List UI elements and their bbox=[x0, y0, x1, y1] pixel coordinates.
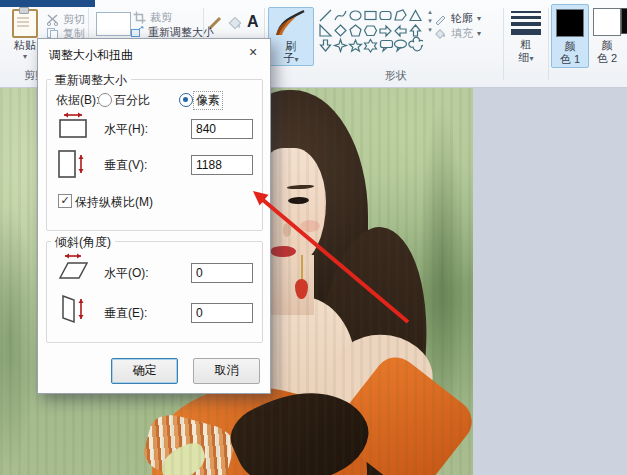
cut-label: 剪切 bbox=[63, 12, 85, 27]
clipboard-icon bbox=[12, 9, 38, 38]
nose-shadow bbox=[283, 223, 291, 237]
shape-line bbox=[320, 10, 331, 21]
brush-tool-button[interactable]: 刷 子▾ bbox=[268, 7, 314, 66]
lips bbox=[271, 246, 296, 258]
skew-vertical-label: 垂直(E): bbox=[104, 305, 147, 322]
hair bbox=[303, 221, 441, 475]
color2-swatch bbox=[593, 8, 621, 36]
horizontal-label: 水平(H): bbox=[104, 121, 148, 138]
pixels-label: 像素 bbox=[194, 92, 222, 109]
outline-dropdown-icon: ▾ bbox=[477, 15, 481, 23]
outline-button[interactable]: 轮廓 ▾ bbox=[434, 11, 481, 26]
shape-oval bbox=[350, 11, 361, 20]
shape-arrow-down bbox=[321, 40, 331, 51]
color2-button[interactable]: 颜色 2 bbox=[589, 4, 625, 66]
separator bbox=[503, 8, 504, 80]
tree-shadow bbox=[420, 107, 464, 437]
shape-cloud-callout bbox=[409, 37, 423, 51]
close-icon[interactable]: × bbox=[244, 43, 262, 61]
outline-label: 轮廓 bbox=[451, 11, 473, 26]
horizontal-input[interactable] bbox=[191, 119, 253, 139]
shape-polygon bbox=[395, 10, 406, 20]
pencil-icon bbox=[207, 14, 224, 31]
brush-label: 刷 子▾ bbox=[283, 40, 298, 64]
shape-six-point-star bbox=[365, 40, 377, 53]
resize-skew-dialog: 调整大小和扭曲 × 重新调整大小 依据(B): 百分比 像素 水平(H): 垂直… bbox=[37, 38, 271, 394]
vertical-input[interactable] bbox=[191, 155, 253, 175]
aspect-ratio-label: 保持纵横比(M) bbox=[75, 194, 153, 211]
shape-rounded-rectangle bbox=[380, 12, 391, 20]
shape-hexagon bbox=[365, 26, 377, 36]
brush-icon bbox=[272, 8, 310, 40]
paste-dropdown-icon: ▾ bbox=[23, 53, 27, 61]
brush-dropdown-icon: ▾ bbox=[294, 55, 298, 64]
shapes-scroll-up-icon: ▴ bbox=[428, 9, 432, 15]
skew-horizontal-label: 水平(O): bbox=[104, 265, 149, 282]
shape-fill-button[interactable]: 填充 ▾ bbox=[434, 26, 481, 41]
pixels-radio[interactable] bbox=[179, 93, 193, 107]
scissors-icon bbox=[46, 13, 59, 26]
fill-label: 填充 bbox=[451, 26, 473, 41]
shape-five-point-star bbox=[350, 40, 362, 51]
shape-rectangle bbox=[365, 12, 376, 20]
shape-arrow-left bbox=[395, 26, 406, 36]
ok-button[interactable]: 确定 bbox=[111, 358, 178, 384]
color1-label: 颜色 1 bbox=[560, 40, 580, 66]
shapes-scroll-down-icon: ▾ bbox=[428, 18, 432, 24]
cancel-button[interactable]: 取消 bbox=[193, 358, 260, 384]
earring-drop bbox=[295, 279, 308, 299]
size-button[interactable]: 粗 细▾ bbox=[508, 8, 544, 66]
skew-horizontal-icon bbox=[56, 252, 92, 282]
skew-horizontal-input[interactable] bbox=[191, 263, 253, 283]
file-tab[interactable] bbox=[0, 0, 95, 7]
shape-rounded-callout bbox=[381, 41, 393, 52]
fill-tool-button[interactable] bbox=[227, 15, 243, 35]
shape-arrow-up bbox=[411, 25, 421, 36]
skew-group-title: 倾斜(角度) bbox=[51, 234, 115, 251]
skew-vertical-icon bbox=[58, 291, 90, 327]
palette-swatch-partial[interactable] bbox=[621, 8, 627, 34]
outline-pen-icon bbox=[434, 13, 447, 25]
aspect-ratio-checkbox[interactable]: ✓ bbox=[58, 194, 72, 208]
by-label: 依据(B): bbox=[56, 92, 99, 109]
color1-button[interactable]: 颜色 1 bbox=[551, 4, 589, 68]
dress-trim bbox=[140, 410, 238, 475]
resize-vertical-icon bbox=[56, 147, 88, 181]
color1-swatch bbox=[556, 9, 584, 37]
fill-small-icon bbox=[434, 28, 447, 40]
crop-label: 裁剪 bbox=[150, 10, 172, 25]
percent-radio[interactable] bbox=[98, 93, 112, 107]
separator bbox=[548, 8, 549, 80]
text-tool-button[interactable]: A bbox=[247, 13, 259, 31]
paste-label: 粘贴 bbox=[14, 38, 36, 53]
select-tool-button[interactable] bbox=[96, 12, 131, 36]
line-thickness-icon bbox=[511, 11, 541, 35]
shape-pentagon bbox=[350, 25, 361, 36]
color2-label: 颜色 2 bbox=[597, 39, 617, 65]
shape-triangle bbox=[410, 11, 421, 21]
resize-horizontal-icon bbox=[56, 111, 90, 139]
shape-curve bbox=[335, 11, 346, 20]
resize-group-title: 重新调整大小 bbox=[51, 72, 131, 89]
vertical-label: 垂直(V): bbox=[104, 157, 147, 174]
size-dropdown-icon: ▾ bbox=[529, 54, 533, 63]
shape-four-point-star bbox=[335, 40, 347, 52]
skew-vertical-input[interactable] bbox=[191, 303, 253, 323]
percent-label: 百分比 bbox=[114, 92, 150, 109]
crop-button[interactable]: 裁剪 bbox=[133, 10, 172, 25]
cut-button[interactable]: 剪切 bbox=[46, 12, 85, 27]
text-tool-icon: A bbox=[247, 13, 259, 30]
shapes-group-label: 形状 bbox=[385, 68, 407, 83]
size-label: 粗 细▾ bbox=[518, 38, 533, 64]
leaf bbox=[156, 440, 209, 475]
shape-arrow-right bbox=[380, 26, 391, 36]
eye bbox=[288, 197, 309, 205]
dress bbox=[152, 387, 367, 475]
eyebrow bbox=[287, 184, 314, 189]
shapes-grid[interactable] bbox=[318, 8, 423, 53]
dialog-title: 调整大小和扭曲 bbox=[49, 47, 133, 64]
pencil-tool-button[interactable] bbox=[207, 14, 224, 35]
cheek-blush bbox=[300, 220, 320, 232]
check-icon: ✓ bbox=[60, 194, 69, 206]
crop-icon bbox=[133, 11, 146, 24]
